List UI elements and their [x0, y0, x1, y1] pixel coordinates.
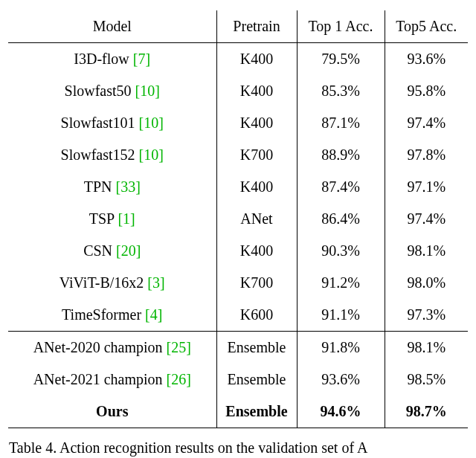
table-cell-model: I3D-flow [7]: [8, 43, 216, 76]
header-top1: Top 1 Acc.: [297, 10, 385, 43]
model-name: TPN: [84, 178, 112, 195]
header-top5: Top5 Acc.: [385, 10, 468, 43]
table-cell-top1: 86.4%: [297, 203, 385, 235]
table-cell-model: Ours: [8, 396, 216, 428]
table-cell-model: TPN [33]: [8, 171, 216, 203]
table-cell-top5: 93.6%: [385, 43, 468, 76]
table-cell-top5: 97.8%: [385, 139, 468, 171]
table-cell-top1: 93.6%: [297, 364, 385, 396]
model-name: I3D-flow: [74, 51, 129, 67]
model-name: TimeSformer: [62, 306, 141, 323]
table-cell-pretrain: Ensemble: [216, 332, 297, 364]
table-cell-top5: 98.5%: [385, 364, 468, 396]
table-cell-model: ANet-2021 champion [26]: [8, 364, 216, 396]
results-table: Model Pretrain Top 1 Acc. Top5 Acc. I3D-…: [8, 10, 468, 428]
table-cell-top1: 91.1%: [297, 299, 385, 332]
table-cell-pretrain: K700: [216, 139, 297, 171]
model-name: CSN: [83, 242, 112, 259]
citation-link[interactable]: [33]: [115, 178, 140, 195]
citation-link[interactable]: [7]: [133, 51, 150, 67]
table-cell-top5: 98.1%: [385, 332, 468, 364]
table-cell-model: TimeSformer [4]: [8, 299, 216, 332]
header-pretrain: Pretrain: [216, 10, 297, 43]
table-cell-model: TSP [1]: [8, 203, 216, 235]
model-name: Slowfast50: [65, 83, 132, 99]
table-cell-top1: 79.5%: [297, 43, 385, 76]
table-cell-model: ANet-2020 champion [25]: [8, 332, 216, 364]
table-cell-top5: 97.3%: [385, 299, 468, 332]
citation-link[interactable]: [25]: [167, 339, 191, 355]
table-cell-pretrain: K400: [216, 75, 297, 107]
table-caption-fragment: Table 4. Action recognition results on t…: [7, 439, 469, 457]
model-name: TSP: [89, 210, 115, 227]
table-cell-pretrain: K400: [216, 43, 297, 76]
citation-link[interactable]: [10]: [139, 115, 164, 131]
model-name: ViViT-B/16x2: [60, 274, 144, 291]
table-cell-model: ViViT-B/16x2 [3]: [8, 267, 216, 299]
table-cell-pretrain: K600: [216, 299, 297, 332]
model-name: Ours: [96, 403, 128, 419]
table-cell-model: CSN [20]: [8, 235, 216, 267]
table-cell-top5: 98.1%: [385, 235, 468, 267]
table-cell-pretrain: Ensemble: [216, 396, 297, 428]
citation-link[interactable]: [20]: [116, 242, 141, 259]
table-cell-top5: 97.4%: [385, 203, 468, 235]
header-model: Model: [8, 10, 216, 43]
table-cell-top5: 97.1%: [385, 171, 468, 203]
citation-link[interactable]: [1]: [118, 210, 135, 227]
table-cell-top1: 94.6%: [297, 396, 385, 428]
model-name: Slowfast101: [61, 115, 135, 131]
table-cell-top1: 87.4%: [297, 171, 385, 203]
model-name: ANet-2020 champion: [33, 339, 163, 355]
citation-link[interactable]: [3]: [147, 274, 164, 291]
model-name: Slowfast152: [61, 146, 135, 163]
table-cell-top1: 91.8%: [297, 332, 385, 364]
table-cell-top1: 91.2%: [297, 267, 385, 299]
table-cell-pretrain: K400: [216, 107, 297, 139]
table-cell-pretrain: Ensemble: [216, 364, 297, 396]
table-cell-top1: 88.9%: [297, 139, 385, 171]
table-cell-top1: 85.3%: [297, 75, 385, 107]
citation-link[interactable]: [10]: [139, 146, 164, 163]
table-cell-model: Slowfast101 [10]: [8, 107, 216, 139]
model-name: ANet-2021 champion: [33, 371, 163, 387]
citation-link[interactable]: [4]: [145, 306, 162, 323]
table-cell-top5: 95.8%: [385, 75, 468, 107]
citation-link[interactable]: [26]: [167, 371, 191, 387]
table-cell-model: Slowfast152 [10]: [8, 139, 216, 171]
table-cell-top5: 97.4%: [385, 107, 468, 139]
table-cell-pretrain: K700: [216, 267, 297, 299]
table-cell-top5: 98.7%: [385, 396, 468, 428]
table-cell-pretrain: ANet: [216, 203, 297, 235]
table-cell-pretrain: K400: [216, 171, 297, 203]
table-cell-top1: 90.3%: [297, 235, 385, 267]
citation-link[interactable]: [10]: [135, 83, 160, 99]
table-cell-top5: 98.0%: [385, 267, 468, 299]
table-cell-top1: 87.1%: [297, 107, 385, 139]
table-cell-model: Slowfast50 [10]: [8, 75, 216, 107]
table-cell-pretrain: K400: [216, 235, 297, 267]
